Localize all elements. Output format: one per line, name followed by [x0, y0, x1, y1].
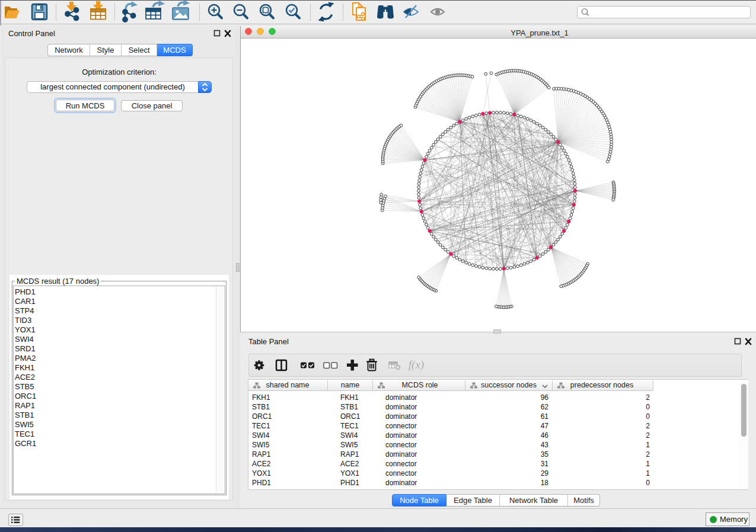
svg-text:f(x): f(x) — [409, 358, 424, 371]
